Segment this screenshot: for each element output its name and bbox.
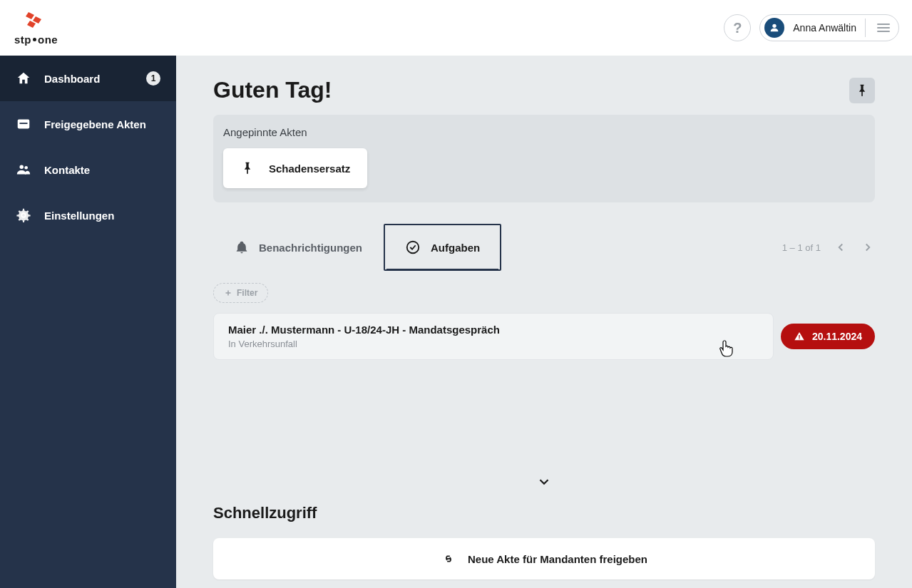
expand-row <box>213 360 875 504</box>
bell-icon <box>235 240 249 254</box>
sidebar-item-kontakte[interactable]: Kontakte <box>0 147 176 192</box>
task-card[interactable]: Maier ./. Mustermann - U-18/24-JH - Mand… <box>213 313 774 360</box>
task-date-badge: 20.11.2024 <box>781 324 875 349</box>
sidebar-badge: 1 <box>146 71 160 86</box>
link-icon <box>441 551 456 567</box>
folder-icon <box>16 116 31 132</box>
tab-label: Aufgaben <box>431 242 480 254</box>
pin-toggle-button[interactable] <box>849 78 875 103</box>
chevron-right-icon <box>861 241 874 254</box>
avatar <box>764 18 784 38</box>
greeting-title: Guten Tag! <box>213 77 332 103</box>
topbar: stpone ? Anna Anwältin <box>0 0 912 56</box>
tab-label: Benachrichtigungen <box>259 242 362 254</box>
pinned-card-label: Schadensersatz <box>269 163 350 175</box>
task-row: Maier ./. Mustermann - U-18/24-JH - Mand… <box>213 313 875 360</box>
svg-point-3 <box>20 165 24 170</box>
brand-text: stpone <box>14 33 58 46</box>
svg-point-0 <box>773 24 777 28</box>
pin-icon <box>240 161 255 175</box>
sidebar-item-freigegebene-akten[interactable]: Freigegebene Akten <box>0 101 176 147</box>
sidebar: Dashboard 1 Freigegebene Akten Kontakte … <box>0 56 176 588</box>
tab-benachrichtigungen[interactable]: Benachrichtigungen <box>213 224 384 271</box>
chevron-down-icon <box>536 474 552 490</box>
filter-label: Filter <box>237 288 257 298</box>
check-circle-icon <box>405 239 421 255</box>
chevron-left-icon <box>834 241 847 254</box>
task-date: 20.11.2024 <box>812 331 862 342</box>
sidebar-item-dashboard[interactable]: Dashboard 1 <box>0 56 176 101</box>
main-content: Guten Tag! Angepinnte Akten Schadensersa… <box>176 0 912 588</box>
divider <box>865 19 866 37</box>
svg-rect-2 <box>20 123 28 124</box>
pagination: 1 – 1 of 1 <box>782 240 875 254</box>
pagination-info: 1 – 1 of 1 <box>782 242 821 253</box>
sidebar-item-label: Kontakte <box>44 164 160 176</box>
tabs: Benachrichtigungen Aufgaben <box>213 224 501 271</box>
svg-rect-7 <box>799 339 799 339</box>
pagination-prev[interactable] <box>834 240 848 254</box>
logo-icon <box>14 11 44 32</box>
quick-action-label: Neue Akte für Mandanten freigeben <box>468 553 647 565</box>
pagination-next[interactable] <box>861 240 875 254</box>
warning-icon <box>794 331 805 342</box>
svg-point-5 <box>407 242 419 254</box>
task-subtitle: In Verkehrsunfall <box>228 339 759 349</box>
home-icon <box>16 71 31 86</box>
user-name: Anna Anwältin <box>793 22 856 33</box>
brand-logo: stpone <box>14 11 58 46</box>
hamburger-icon <box>874 21 893 35</box>
svg-rect-6 <box>799 335 799 338</box>
topbar-right: ? Anna Anwältin <box>724 14 899 41</box>
plus-icon <box>224 289 232 297</box>
svg-point-4 <box>24 166 28 170</box>
filter-row: Filter <box>213 272 875 313</box>
quick-access-title: Schnellzugriff <box>213 504 875 522</box>
people-icon <box>16 162 31 177</box>
sidebar-item-label: Einstellungen <box>44 210 160 222</box>
help-button[interactable]: ? <box>724 14 751 41</box>
pinned-card[interactable]: Schadensersatz <box>223 148 367 188</box>
sidebar-item-label: Freigegebene Akten <box>44 118 160 130</box>
sidebar-item-einstellungen[interactable]: Einstellungen <box>0 192 176 238</box>
quick-action-card[interactable]: Neue Akte für Mandanten freigeben <box>213 538 875 579</box>
tab-aufgaben[interactable]: Aufgaben <box>384 224 501 271</box>
pinned-title: Angepinnte Akten <box>223 126 865 138</box>
filter-chip[interactable]: Filter <box>213 283 268 303</box>
person-icon <box>769 22 780 33</box>
expand-button[interactable] <box>536 474 552 492</box>
pinned-panel: Angepinnte Akten Schadensersatz <box>213 115 875 202</box>
gear-icon <box>16 207 31 223</box>
user-menu[interactable]: Anna Anwältin <box>759 14 899 41</box>
pin-icon <box>855 83 869 98</box>
tabs-row: Benachrichtigungen Aufgaben 1 – 1 of 1 <box>213 224 875 272</box>
task-title: Maier ./. Mustermann - U-18/24-JH - Mand… <box>228 324 759 336</box>
sidebar-item-label: Dashboard <box>44 73 133 85</box>
